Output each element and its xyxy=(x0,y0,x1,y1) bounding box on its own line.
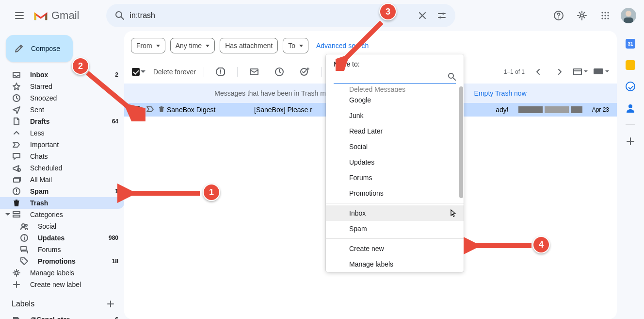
sidebar-item-spam[interactable]: Spam 1 xyxy=(0,185,124,197)
search-bar xyxy=(106,4,455,27)
sidebar-item-chats[interactable]: Chats xyxy=(0,151,124,162)
add-to-tasks-button[interactable] xyxy=(296,63,313,81)
chip-from[interactable]: From xyxy=(131,38,165,53)
chip-has-attachment[interactable]: Has attachment xyxy=(220,38,278,53)
settings-button[interactable] xyxy=(572,6,592,25)
add-label-button[interactable] xyxy=(105,298,116,310)
report-spam-button[interactable] xyxy=(212,63,229,81)
apps-button[interactable] xyxy=(596,6,615,25)
sidebar-item-label: Spam xyxy=(30,187,115,195)
sidebar-item-snoozed[interactable]: Snoozed xyxy=(0,92,124,104)
chip-to[interactable]: To xyxy=(283,38,308,53)
search-options-button[interactable] xyxy=(432,6,451,25)
toggle-split-pane[interactable] xyxy=(573,68,588,75)
keep-addon[interactable] xyxy=(626,60,635,70)
sidebar-item-drafts[interactable]: Drafts 64 xyxy=(0,116,124,127)
sidebar-item-label: Categories xyxy=(30,211,118,218)
file-icon xyxy=(12,117,21,126)
popup-item[interactable]: Junk xyxy=(326,108,464,123)
svg-point-9 xyxy=(601,15,603,16)
scrollbar-thumb[interactable] xyxy=(459,86,463,198)
gmail-m-icon xyxy=(33,10,48,21)
sidebar-item-promotions[interactable]: Promotions 18 xyxy=(0,255,124,267)
popup-item[interactable]: Google xyxy=(326,92,464,108)
sidebar-item-manage-labels[interactable]: Manage labels xyxy=(0,267,124,279)
sidebar-item-social[interactable]: Social xyxy=(0,220,124,232)
search-clear-button[interactable] xyxy=(413,6,432,25)
mark-unread-button[interactable] xyxy=(245,63,263,81)
sidebar-item-label: Important xyxy=(30,141,118,149)
select-all[interactable] xyxy=(132,68,145,76)
support-button[interactable] xyxy=(549,6,568,25)
snooze-button[interactable] xyxy=(271,63,288,81)
get-addons-button[interactable] xyxy=(626,136,635,146)
sidebar-item-important[interactable]: Important xyxy=(0,139,124,151)
row-checkbox[interactable] xyxy=(132,106,140,114)
spam-icon xyxy=(12,186,21,196)
sidebar-item-label: Scheduled xyxy=(30,164,118,172)
calendar-addon[interactable] xyxy=(626,39,635,49)
sidebar-item-create-label[interactable]: Create new label xyxy=(0,279,124,290)
caret-down-icon xyxy=(4,211,12,218)
popup-item-label: Inbox xyxy=(349,209,366,217)
tag-icon xyxy=(19,256,29,266)
advanced-search-link[interactable]: Advanced search xyxy=(316,42,369,50)
chip-label: From xyxy=(136,42,152,50)
sidebar-label-sanelater[interactable]: @SaneLater 6 xyxy=(0,314,124,319)
svg-point-0 xyxy=(116,12,122,17)
importance-marker[interactable] xyxy=(146,105,154,115)
sidebar-item-scheduled[interactable]: Scheduled xyxy=(0,162,124,174)
newer-button[interactable] xyxy=(531,64,546,80)
sidebar-item-label: Drafts xyxy=(30,118,112,125)
sidebar-item-starred[interactable]: Starred xyxy=(0,81,124,92)
tasks-addon[interactable] xyxy=(626,82,635,91)
popup-search xyxy=(334,70,456,84)
trash-icon xyxy=(12,198,21,208)
select-all-checkbox[interactable] xyxy=(132,68,140,76)
sidebar-item-inbox[interactable]: Inbox 2 xyxy=(0,69,124,81)
compose-button[interactable]: Compose xyxy=(6,35,73,62)
sidebar-item-label: @SaneLater xyxy=(30,316,115,319)
sidebar-item-all-mail[interactable]: All Mail xyxy=(0,174,124,185)
mail-icon xyxy=(249,67,259,77)
sidebar-item-label: Chats xyxy=(30,152,118,160)
input-tools-button[interactable] xyxy=(594,68,609,75)
header-right xyxy=(549,6,636,25)
older-button[interactable] xyxy=(552,64,567,80)
inbox-icon xyxy=(12,70,21,80)
account-avatar[interactable] xyxy=(621,8,636,23)
chevron-down-icon xyxy=(156,45,160,47)
sidebar-item-categories[interactable]: Categories xyxy=(0,209,124,220)
sidebar-item-sent[interactable]: Sent xyxy=(0,104,124,116)
contacts-addon[interactable] xyxy=(626,103,635,113)
chip-any-time[interactable]: Any time xyxy=(170,38,215,53)
delete-forever-button[interactable]: Delete forever xyxy=(153,68,196,76)
search-input[interactable] xyxy=(129,11,413,20)
popup-item-manage-labels[interactable]: Manage labels xyxy=(326,256,464,272)
search-button[interactable] xyxy=(110,6,129,25)
popup-item-inbox[interactable]: Inbox xyxy=(326,205,464,221)
main-menu-button[interactable] xyxy=(8,4,31,27)
popup-item[interactable]: Promotions xyxy=(326,185,464,201)
popup-item-create-new[interactable]: Create new xyxy=(326,241,464,256)
popup-item[interactable]: Updates xyxy=(326,154,464,170)
sidebar-item-less[interactable]: Less xyxy=(0,127,124,139)
popup-item[interactable]: Social xyxy=(326,139,464,154)
sidebar-item-label: Snoozed xyxy=(30,94,118,102)
sidebar-item-forums[interactable]: Forums xyxy=(0,244,124,255)
gmail-logo[interactable]: Gmail xyxy=(33,9,79,22)
popup-item[interactable]: Deleted Messages xyxy=(326,85,464,92)
popup-search-input[interactable] xyxy=(334,73,448,81)
sidebar-item-updates[interactable]: Updates 980 xyxy=(0,232,124,244)
sidebar-item-label: Updates xyxy=(38,234,109,242)
popup-item-spam[interactable]: Spam xyxy=(326,221,464,236)
content: From Any time Has attachment To Advanced… xyxy=(124,31,617,319)
forums-icon xyxy=(19,245,29,254)
empty-trash-link[interactable]: Empty Trash now xyxy=(474,89,527,97)
svg-rect-33 xyxy=(594,68,603,74)
popup-item[interactable]: Read Later xyxy=(326,123,464,139)
popup-item[interactable]: Forums xyxy=(326,170,464,185)
keep-icon xyxy=(626,60,635,70)
sidebar-item-trash[interactable]: Trash xyxy=(0,197,124,209)
chevron-down-icon xyxy=(299,45,303,47)
